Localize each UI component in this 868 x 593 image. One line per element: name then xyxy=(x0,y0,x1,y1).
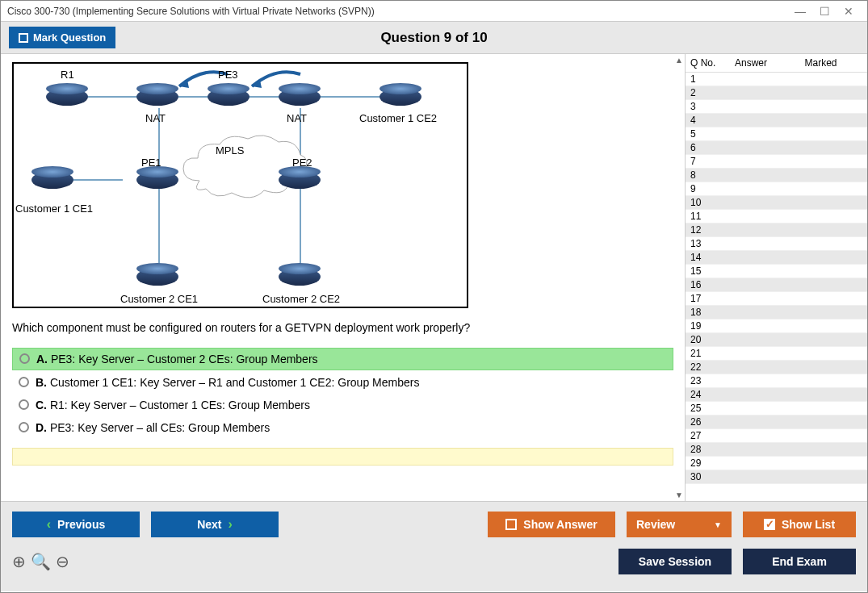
list-row[interactable]: 3 xyxy=(686,100,867,114)
label-cust2ce1: Customer 2 CE1 xyxy=(120,293,198,305)
option-B[interactable]: B. Customer 1 CE1: Key Server – R1 and C… xyxy=(12,372,673,393)
zoom-in-icon[interactable]: ⊕ xyxy=(12,552,26,571)
list-row[interactable]: 24 xyxy=(686,388,867,402)
chevron-left-icon: ‹ xyxy=(47,517,51,532)
list-row[interactable]: 11 xyxy=(686,210,867,223)
zoom-controls: ⊕ 🔍 ⊖ xyxy=(12,552,69,571)
list-row[interactable]: 18 xyxy=(686,306,867,319)
list-row[interactable]: 10 xyxy=(686,196,867,210)
checkbox-icon xyxy=(505,519,517,530)
list-row[interactable]: 28 xyxy=(686,443,867,457)
show-answer-button[interactable]: Show Answer xyxy=(488,512,615,537)
list-row[interactable]: 9 xyxy=(686,182,867,196)
window-title: Cisco 300-730 (Implementing Secure Solut… xyxy=(7,6,375,17)
label-cust1ce2: Customer 1 CE2 xyxy=(359,112,437,124)
list-row[interactable]: 1 xyxy=(686,73,867,86)
mark-question-button[interactable]: Mark Question xyxy=(9,27,115,48)
option-C[interactable]: C. R1: Key Server – Customer 1 CEs: Grou… xyxy=(12,395,673,416)
checkbox-checked-icon xyxy=(764,519,775,530)
list-header: Q No. Answer Marked xyxy=(686,54,867,73)
next-button[interactable]: Next › xyxy=(151,512,279,537)
info-bar xyxy=(12,448,673,466)
option-A[interactable]: A. PE3: Key Server – Customer 2 CEs: Gro… xyxy=(12,348,673,370)
question-pane: ▲ xyxy=(1,54,685,501)
mark-question-label: Mark Question xyxy=(33,31,106,44)
label-mpls: MPLS xyxy=(216,144,244,157)
radio-icon xyxy=(19,422,29,432)
list-row[interactable]: 22 xyxy=(686,361,867,374)
end-exam-button[interactable]: End Exam xyxy=(743,549,856,574)
question-text: Which component must be configured on ro… xyxy=(12,320,673,336)
list-row[interactable]: 13 xyxy=(686,237,867,251)
header-qno: Q No. xyxy=(690,57,723,69)
label-r1: R1 xyxy=(61,69,74,81)
toolbar: Mark Question Question 9 of 10 xyxy=(1,22,867,54)
list-row[interactable]: 20 xyxy=(686,333,867,347)
review-button[interactable]: Review ▼ xyxy=(627,512,732,537)
chevron-right-icon: › xyxy=(229,517,233,532)
list-row[interactable]: 4 xyxy=(686,114,867,127)
list-row[interactable]: 26 xyxy=(686,416,867,429)
list-row[interactable]: 7 xyxy=(686,155,867,169)
options-list: A. PE3: Key Server – Customer 2 CEs: Gro… xyxy=(12,348,673,438)
list-row[interactable]: 14 xyxy=(686,251,867,265)
label-cust2ce2: Customer 2 CE2 xyxy=(262,293,340,305)
checkbox-icon xyxy=(19,33,28,43)
list-row[interactable]: 19 xyxy=(686,319,867,333)
label-pe2: PE2 xyxy=(292,157,312,169)
list-row[interactable]: 27 xyxy=(686,429,867,443)
list-row[interactable]: 25 xyxy=(686,402,867,416)
list-row[interactable]: 23 xyxy=(686,374,867,388)
minimize-button[interactable]: — xyxy=(788,5,812,18)
zoom-out-icon[interactable]: ⊖ xyxy=(56,552,69,571)
radio-icon xyxy=(19,377,29,387)
list-row[interactable]: 6 xyxy=(686,141,867,155)
zoom-reset-icon[interactable]: 🔍 xyxy=(31,552,51,571)
header-marked: Marked xyxy=(779,57,862,69)
network-diagram: R1 PE3 NAT NAT Customer 1 CE2 MPLS PE1 P… xyxy=(12,62,468,308)
list-row[interactable]: 21 xyxy=(686,347,867,361)
list-row[interactable]: 2 xyxy=(686,86,867,100)
show-list-button[interactable]: Show List xyxy=(743,512,856,537)
chevron-down-icon: ▼ xyxy=(714,520,722,529)
list-row[interactable]: 15 xyxy=(686,265,867,278)
maximize-button[interactable]: ☐ xyxy=(812,5,837,18)
list-row[interactable]: 17 xyxy=(686,292,867,306)
question-counter: Question 9 of 10 xyxy=(380,30,487,46)
radio-icon xyxy=(19,353,30,364)
previous-button[interactable]: ‹ Previous xyxy=(12,512,140,537)
list-row[interactable]: 16 xyxy=(686,278,867,292)
list-row[interactable]: 12 xyxy=(686,223,867,237)
label-pe3: PE3 xyxy=(218,69,238,81)
question-list[interactable]: 1234567891011121314151617181920212223242… xyxy=(686,73,867,501)
scroll-down-icon[interactable]: ▼ xyxy=(675,491,683,499)
question-list-panel: Q No. Answer Marked 12345678910111213141… xyxy=(685,54,867,501)
list-row[interactable]: 30 xyxy=(686,470,867,484)
label-pe1: PE1 xyxy=(141,157,161,169)
option-D[interactable]: D. PE3: Key Server – all CEs: Group Memb… xyxy=(12,417,673,438)
radio-icon xyxy=(19,399,29,410)
label-nat2: NAT xyxy=(287,112,307,124)
label-nat1: NAT xyxy=(145,112,166,124)
list-row[interactable]: 8 xyxy=(686,169,867,182)
label-cust1ce1: Customer 1 CE1 xyxy=(15,203,93,215)
title-bar: Cisco 300-730 (Implementing Secure Solut… xyxy=(1,1,867,22)
list-row[interactable]: 5 xyxy=(686,127,867,141)
save-session-button[interactable]: Save Session xyxy=(619,549,732,574)
bottom-bar: ‹ Previous Next › Show Answer Review ▼ S… xyxy=(1,501,867,591)
list-row[interactable]: 29 xyxy=(686,457,867,470)
scroll-up-icon[interactable]: ▲ xyxy=(675,56,683,65)
close-button[interactable]: ✕ xyxy=(837,5,861,18)
header-answer: Answer xyxy=(723,57,779,69)
